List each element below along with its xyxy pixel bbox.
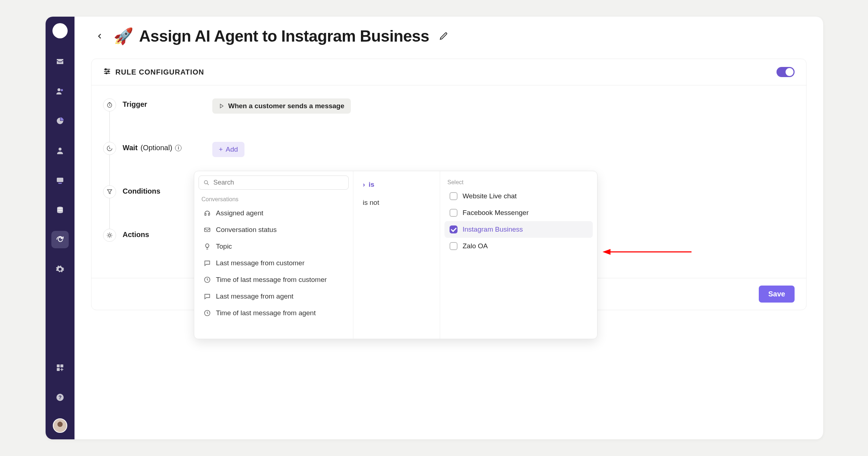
mail-icon <box>204 226 211 233</box>
sidebar-item-inbox[interactable] <box>51 53 69 70</box>
sliders-icon <box>103 67 111 77</box>
svg-point-0 <box>58 88 60 91</box>
option-instagram-business[interactable]: Instagram Business <box>444 221 593 238</box>
clock-icon <box>204 276 211 283</box>
svg-point-12 <box>106 73 107 74</box>
svg-rect-5 <box>57 364 60 367</box>
actions-step-icon <box>103 229 116 242</box>
wait-label: Wait (Optional) i <box>123 142 206 152</box>
option-zalo-oa[interactable]: Zalo OA <box>444 238 593 254</box>
operator-column: is is not <box>353 171 440 339</box>
sidebar-item-automation[interactable] <box>51 231 69 248</box>
field-topic[interactable]: Topic <box>199 238 349 255</box>
sidebar-item-data[interactable] <box>51 201 69 219</box>
svg-point-10 <box>105 69 107 70</box>
sidebar-item-settings[interactable] <box>51 261 69 278</box>
svg-rect-20 <box>205 228 210 232</box>
clock-icon <box>204 309 211 317</box>
trigger-label: Trigger <box>123 98 206 109</box>
page-title: 🚀 Assign AI Agent to Instagram Business <box>114 27 429 46</box>
user-avatar[interactable] <box>53 418 67 433</box>
conditions-label: Conditions <box>123 185 206 195</box>
search-input-wrap[interactable] <box>199 176 349 190</box>
group-label: Conversations <box>199 193 349 205</box>
svg-point-2 <box>59 148 61 151</box>
trigger-chip[interactable]: When a customer sends a message <box>212 98 351 114</box>
sidebar: ? <box>46 17 75 439</box>
field-assigned-agent[interactable]: Assigned agent <box>199 205 349 221</box>
actions-label: Actions <box>123 229 206 239</box>
rule-enabled-toggle[interactable] <box>776 67 795 77</box>
save-button[interactable]: Save <box>759 286 795 303</box>
bulb-icon <box>204 243 211 250</box>
app-logo-icon <box>52 23 68 38</box>
field-last-msg-agent[interactable]: Last message from agent <box>199 288 349 305</box>
wait-step-icon <box>103 142 116 155</box>
title-emoji-icon: 🚀 <box>114 27 133 46</box>
headset-icon <box>204 210 211 217</box>
sidebar-item-campaigns[interactable] <box>51 172 69 189</box>
svg-point-11 <box>108 71 109 72</box>
field-column: Conversations Assigned agent Conversatio… <box>194 171 353 339</box>
wait-add-button[interactable]: + Add <box>212 142 244 157</box>
main-content: 🚀 Assign AI Agent to Instagram Business … <box>75 17 823 439</box>
value-column: Select Website Live chat Facebook Messen… <box>440 171 597 339</box>
search-icon <box>203 180 210 186</box>
option-website-live-chat[interactable]: Website Live chat <box>444 188 593 204</box>
svg-point-1 <box>61 89 63 91</box>
message-icon <box>204 293 211 300</box>
trigger-step-icon <box>103 98 116 111</box>
select-label: Select <box>444 176 593 188</box>
field-last-msg-customer[interactable]: Last message from customer <box>199 255 349 271</box>
sidebar-item-help[interactable]: ? <box>51 389 69 406</box>
checkbox-icon <box>450 209 458 217</box>
field-conversation-status[interactable]: Conversation status <box>199 221 349 238</box>
svg-point-19 <box>204 181 208 184</box>
svg-rect-3 <box>57 178 63 182</box>
condition-builder-popover: Conversations Assigned agent Conversatio… <box>194 171 597 339</box>
rule-config-card: RULE CONFIGURATION Trigger When a custom <box>91 59 807 310</box>
sidebar-item-profile[interactable] <box>51 142 69 159</box>
sidebar-item-contacts[interactable] <box>51 83 69 100</box>
checkbox-icon <box>450 225 458 233</box>
title-text: Assign AI Agent to Instagram Business <box>139 27 429 45</box>
checkbox-icon <box>450 242 458 250</box>
field-time-last-msg-agent[interactable]: Time of last message from agent <box>199 305 349 321</box>
operator-is[interactable]: is <box>353 176 440 194</box>
sidebar-item-apps[interactable] <box>51 359 69 376</box>
svg-text:?: ? <box>59 394 62 400</box>
info-icon[interactable]: i <box>175 145 182 151</box>
message-icon <box>204 259 211 267</box>
conditions-step-icon <box>103 185 116 198</box>
card-title: RULE CONFIGURATION <box>115 68 204 76</box>
play-icon <box>219 103 225 109</box>
edit-title-button[interactable] <box>437 29 450 43</box>
plus-icon: + <box>219 145 223 153</box>
field-time-last-msg-customer[interactable]: Time of last message from customer <box>199 271 349 288</box>
operator-is-not[interactable]: is not <box>353 194 440 212</box>
svg-point-18 <box>109 234 111 236</box>
back-button[interactable] <box>93 30 106 43</box>
sidebar-item-reports[interactable] <box>51 112 69 130</box>
option-facebook-messenger[interactable]: Facebook Messenger <box>444 204 593 221</box>
svg-rect-6 <box>60 364 63 367</box>
checkbox-icon <box>450 192 458 200</box>
search-input[interactable] <box>213 179 344 186</box>
svg-rect-7 <box>57 368 60 371</box>
